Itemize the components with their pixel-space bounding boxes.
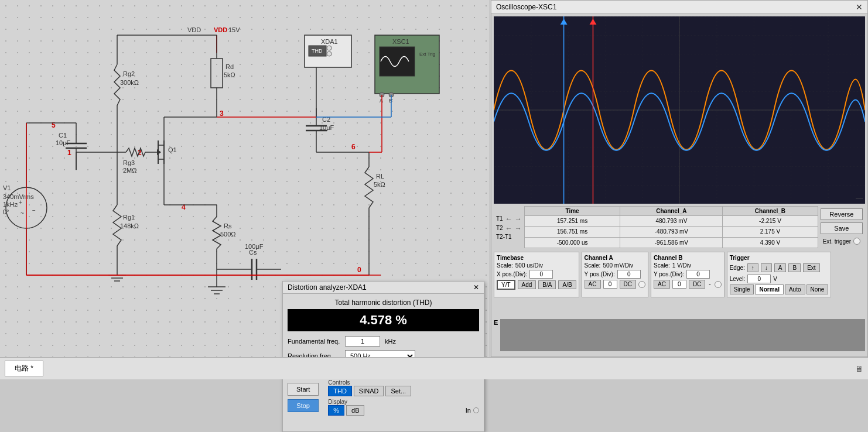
ctrl-sinad-btn[interactable]: SINAD bbox=[354, 386, 384, 396]
svg-text:C2: C2 bbox=[322, 116, 330, 123]
fund-freq-unit: kHz bbox=[385, 338, 396, 345]
trigger-group: Trigger Edge: ↑ ↓ A B Ext Level: V Singl… bbox=[727, 252, 832, 297]
chb-dc[interactable]: DC bbox=[689, 280, 705, 289]
oscilloscope-panel: Oscilloscope-XSC1 ✕ bbox=[491, 0, 868, 357]
ctrl-thd-btn[interactable]: THD bbox=[328, 386, 352, 396]
svg-text:6: 6 bbox=[351, 143, 356, 151]
e-label: E bbox=[494, 319, 498, 354]
cha-ypos-label: Y pos.(Div): bbox=[585, 271, 615, 277]
edge-label: Edge: bbox=[730, 265, 745, 271]
osc-controls-area: Timebase Scale: 500 us/Div X pos.(Div): … bbox=[491, 249, 867, 299]
fund-freq-input[interactable] bbox=[345, 336, 380, 347]
timebase-group: Timebase Scale: 500 us/Div X pos.(Div): … bbox=[494, 252, 579, 297]
fund-freq-row: Fundamental freq. kHz bbox=[288, 336, 479, 347]
chb-ypos-input[interactable] bbox=[686, 270, 710, 279]
svg-text:10μF: 10μF bbox=[319, 124, 334, 131]
svg-text:Rd: Rd bbox=[225, 63, 234, 70]
start-stop-group: Start Stop bbox=[288, 383, 319, 412]
svg-text:10μF: 10μF bbox=[56, 139, 71, 146]
chb-dc-radio[interactable] bbox=[715, 281, 722, 288]
cha-ac[interactable]: AC bbox=[585, 280, 601, 289]
edge-rising[interactable]: ↑ bbox=[747, 263, 758, 272]
cha-dc[interactable]: DC bbox=[620, 280, 636, 289]
svg-point-104 bbox=[389, 92, 394, 97]
stop-button[interactable]: Stop bbox=[288, 399, 319, 412]
cursor-labels: T1 ← → T2 ← → T2-T1 bbox=[494, 206, 524, 248]
svg-text:VDD: VDD bbox=[187, 26, 201, 33]
svg-text:500Ω: 500Ω bbox=[220, 231, 236, 238]
trig-src-b[interactable]: B bbox=[788, 263, 801, 272]
osc-close-button[interactable]: ✕ bbox=[856, 2, 863, 12]
distortion-analyzer-panel: Distortion analyzer-XDA1 ✕ Total harmoni… bbox=[282, 281, 484, 432]
disp-db-btn[interactable]: dB bbox=[346, 405, 364, 416]
level-input[interactable] bbox=[747, 275, 771, 283]
cha-scale-label: Scale: bbox=[585, 262, 601, 269]
chb-ypos-label: Y pos.(Div): bbox=[654, 271, 684, 277]
svg-text:5kΩ: 5kΩ bbox=[374, 181, 385, 188]
cha-ypos-input[interactable] bbox=[617, 270, 641, 279]
mode-add[interactable]: Add bbox=[518, 280, 536, 289]
svg-text:Rg2: Rg2 bbox=[123, 70, 135, 77]
fund-freq-label: Fundamental freq. bbox=[288, 338, 340, 345]
trig-none[interactable]: None bbox=[807, 284, 829, 294]
mode-yt[interactable]: Y/T bbox=[497, 280, 515, 290]
save-button[interactable]: Save bbox=[821, 222, 863, 234]
svg-point-103 bbox=[380, 92, 384, 97]
display-label: Display bbox=[328, 399, 479, 405]
tab-bar: 电路 * 🖥 bbox=[0, 357, 868, 379]
svg-marker-24 bbox=[157, 149, 161, 155]
dist-close-button[interactable]: ✕ bbox=[473, 283, 479, 292]
thd-display: 4.578 % bbox=[288, 309, 479, 331]
level-unit: V bbox=[773, 276, 777, 282]
channel-a-group: Channel A Scale: 500 mV/Div Y pos.(Div):… bbox=[582, 252, 648, 297]
ext-trigger-row: Ext. trigger bbox=[821, 236, 863, 246]
ext-trigger-radio[interactable] bbox=[853, 238, 860, 245]
start-button[interactable]: Start bbox=[288, 383, 319, 396]
svg-text:−: − bbox=[32, 207, 36, 214]
col-ch-b: Channel_B bbox=[723, 207, 818, 216]
ctrl-set-btn[interactable]: Set... bbox=[385, 386, 411, 396]
edge-falling[interactable]: ↓ bbox=[761, 263, 772, 272]
svg-text:V1: V1 bbox=[3, 184, 11, 191]
osc-title-bar: Oscilloscope-XSC1 ✕ bbox=[491, 1, 867, 14]
svg-text:Rg1: Rg1 bbox=[123, 214, 135, 221]
svg-rect-94 bbox=[309, 46, 326, 56]
osc-right-buttons: Reverse Save Ext. trigger bbox=[818, 206, 865, 248]
svg-text:5kΩ: 5kΩ bbox=[224, 71, 235, 78]
trig-src-ext[interactable]: Ext bbox=[803, 263, 819, 272]
svg-text:5: 5 bbox=[52, 121, 56, 129]
cha-dc-radio[interactable] bbox=[638, 281, 645, 288]
tab-circuit[interactable]: 电路 * bbox=[5, 361, 43, 376]
t1-label: T1 bbox=[496, 215, 503, 222]
reverse-button[interactable]: Reverse bbox=[821, 208, 863, 220]
mode-ab[interactable]: A/B bbox=[558, 280, 576, 289]
trig-src-a[interactable]: A bbox=[774, 263, 787, 272]
xpos-label: X pos.(Div): bbox=[497, 271, 527, 277]
dist-controls-row: Start Stop Controls THD SINAD Set... Dis… bbox=[288, 379, 479, 416]
svg-text:100μF: 100μF bbox=[245, 243, 264, 250]
svg-text:1: 1 bbox=[67, 149, 71, 157]
chb-ac[interactable]: AC bbox=[654, 280, 670, 289]
timebase-label: Timebase bbox=[497, 255, 524, 261]
trig-auto[interactable]: Auto bbox=[785, 284, 805, 294]
in-label: In bbox=[466, 407, 471, 414]
osc-minimize-button[interactable]: — bbox=[856, 194, 863, 202]
t2-label: T2 bbox=[496, 225, 503, 231]
chb-scale-value: 1 V/Div bbox=[672, 262, 691, 269]
controls-display-group: Controls THD SINAD Set... Display % dB I… bbox=[322, 379, 479, 416]
svg-rect-99 bbox=[375, 35, 439, 94]
svg-text:B: B bbox=[389, 98, 392, 104]
xpos-input[interactable] bbox=[529, 270, 553, 279]
svg-text:Q1: Q1 bbox=[168, 146, 177, 153]
col-ch-a: Channel_A bbox=[620, 207, 723, 216]
chb-zero[interactable] bbox=[672, 280, 686, 289]
trig-single[interactable]: Single bbox=[730, 284, 754, 294]
svg-text:A: A bbox=[380, 98, 383, 104]
disp-percent-btn[interactable]: % bbox=[328, 405, 344, 416]
svg-text:C1: C1 bbox=[59, 132, 67, 139]
svg-text:300kΩ: 300kΩ bbox=[120, 79, 139, 86]
mode-ba[interactable]: B/A bbox=[538, 280, 556, 289]
trig-normal[interactable]: Normal bbox=[755, 284, 783, 294]
svg-rect-5 bbox=[211, 59, 223, 88]
cha-zero[interactable] bbox=[603, 280, 617, 289]
